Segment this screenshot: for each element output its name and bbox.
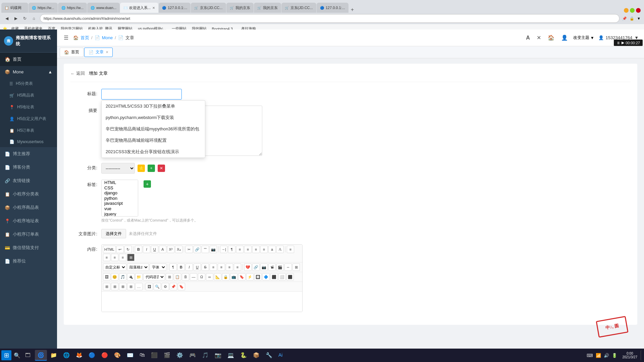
tag-python[interactable]: python <box>104 196 135 201</box>
editor-btn-list1[interactable]: ≡ <box>236 246 244 253</box>
editor-btn-bookmark[interactable]: 🔖 <box>238 273 246 281</box>
reload-button[interactable]: ↻ <box>21 14 29 22</box>
editor-btn-list4[interactable]: ≡ <box>260 246 268 253</box>
file-upload-button[interactable]: 选择文件 <box>101 229 126 238</box>
user-icon-button[interactable]: 👤 <box>560 33 569 42</box>
theme-button[interactable]: 改变主题 ▼ <box>573 35 594 41</box>
start-button[interactable]: ⊞ <box>1 350 11 360</box>
taskbar-app-browser2[interactable]: 🦊 <box>73 350 85 361</box>
editor-btn-quote[interactable]: "" <box>202 246 209 253</box>
editor-btn-r4-4[interactable]: ⊞ <box>127 283 135 290</box>
back-nav-button[interactable]: ◀ <box>3 14 11 22</box>
editor-btn-omega[interactable]: Ω <box>198 273 205 281</box>
taskbar-app-python[interactable]: 🐍 <box>237 350 250 361</box>
editor-btn-plugin[interactable]: 🔌 <box>127 273 135 281</box>
sidebar-item-miniaddr[interactable]: 📍 小程序地址表 <box>0 214 57 228</box>
editor-btn-align1[interactable]: ≡ <box>287 246 294 253</box>
editor-btn-justify2[interactable]: ≡ <box>218 263 225 271</box>
editor-btn-underline2[interactable]: U <box>194 263 201 271</box>
browser-tab-2[interactable]: 🌐https://w... <box>29 3 58 13</box>
editor-btn-box3[interactable]: ⬛ <box>270 273 278 281</box>
taskbar-app-ie[interactable]: 🔵 <box>86 350 98 361</box>
show-desktop-button[interactable] <box>641 350 643 360</box>
close-button[interactable] <box>636 8 641 13</box>
editor-btn-flash[interactable]: ⚡ <box>246 273 254 281</box>
sidebar-mone-header[interactable]: 📦 Mone ▲ <box>0 66 57 78</box>
menu-toggle-button[interactable]: ☰ <box>62 33 70 42</box>
tag-vue[interactable]: vue <box>104 206 135 212</box>
browser-tab-11[interactable]: 🔵127.0.0.1:... <box>317 3 348 13</box>
taskbar-app-ps[interactable]: 🎨 <box>111 350 123 361</box>
cross-button[interactable]: ✕ <box>535 33 542 42</box>
editor-content-area[interactable] <box>102 292 302 312</box>
breadcrumb-home[interactable]: 首页 <box>80 35 89 41</box>
task-view-button[interactable]: 🗔 <box>23 350 33 360</box>
editor-btn-redo[interactable]: ↻ <box>124 246 132 253</box>
category-add-button[interactable]: + <box>148 165 155 172</box>
category-del-button[interactable]: ✕ <box>158 165 165 172</box>
url-input[interactable]: https://www.duanshuilu.com/admin/#/admin… <box>40 14 620 23</box>
editor-btn-justify4[interactable]: ≡ <box>234 263 241 271</box>
sidebar-item-recspot[interactable]: 📄 推荐位 <box>0 254 57 268</box>
home-nav-button[interactable]: ⌂ <box>30 14 38 22</box>
editor-btn-music[interactable]: 🎵 <box>119 273 126 281</box>
editor-btn-cut[interactable]: ✂ <box>185 246 193 253</box>
sidebar-item-mywxusers[interactable]: 📄 Mywxusertwos <box>0 136 57 147</box>
pause-icon[interactable]: ⏸ <box>616 41 620 45</box>
tags-select[interactable]: HTML CSS django python javascript vue jq… <box>101 180 138 217</box>
editor-btn-align2[interactable]: ≡ <box>103 254 110 261</box>
autocomplete-item-2[interactable]: 辛巴宠物用品商城后端mypython36环境所需的包 <box>102 123 205 135</box>
editor-btn-table[interactable]: ⊞ <box>292 263 300 271</box>
editor-btn-justify1[interactable]: ≡ <box>210 263 217 271</box>
editor-btn-strikethrough[interactable]: S <box>202 263 209 271</box>
editor-select-style[interactable]: 自定义标 <box>103 263 126 271</box>
editor-btn-box5[interactable]: ⬛ <box>286 273 294 281</box>
taskbar-app-photo[interactable]: 📷 <box>212 350 224 361</box>
editor-btn-screen[interactable]: 📺 <box>230 273 237 281</box>
browser-tab-4[interactable]: 🌐www.duan... <box>87 3 120 13</box>
sidebar-item-miniorders[interactable]: 📋 小程序订单表 <box>0 228 57 241</box>
editor-btn-grid[interactable]: ⊞ <box>166 273 173 281</box>
taskbar-app-vscode[interactable]: 💻 <box>225 350 237 361</box>
editor-btn-media[interactable]: 🎬 <box>276 263 284 271</box>
taskbar-app-terminal[interactable]: ⬛ <box>148 350 160 361</box>
sidebar-item-blogrec[interactable]: 📄 博主推荐 <box>0 147 57 161</box>
autocomplete-item-1[interactable]: python,pycharm,webstorm下载安装 <box>102 112 205 123</box>
editor-btn-align3[interactable]: ≡ <box>111 254 118 261</box>
taskbar-app-pkg[interactable]: 📦 <box>250 350 262 361</box>
editor-select-paragraph[interactable]: 段落格式 <box>127 263 149 271</box>
sidebar-item-h5addr[interactable]: 📍 H5地址表 <box>0 101 57 113</box>
editor-btn-dash[interactable]: — <box>190 273 197 281</box>
autocomplete-item-4[interactable]: 2021CSS3发光社会分享按钮在线演示 <box>102 146 205 158</box>
browser-tab-6[interactable]: 🔵127.0.0.1:... <box>159 3 191 13</box>
tray-volume[interactable]: 🔊 <box>603 353 610 358</box>
breadcrumb-mone[interactable]: Mone <box>102 35 113 40</box>
taskbar-app-chrome[interactable]: 🌐 <box>60 350 72 361</box>
editor-btn-subscript[interactable]: X₂ <box>175 246 182 253</box>
editor-btn-box2[interactable]: 🔷 <box>262 273 270 281</box>
editor-btn-r4-5[interactable]: … <box>135 283 143 290</box>
sidebar-item-h5users[interactable]: 👤 H5自定义用户表 <box>0 113 57 125</box>
editor-btn-list3[interactable]: ≡ <box>252 246 260 253</box>
sidebar-item-home[interactable]: 🏠 首页 <box>0 53 57 66</box>
taskbar-app-music[interactable]: 🎵 <box>199 350 211 361</box>
editor-btn-align4[interactable]: ≡ <box>119 254 126 261</box>
page-tab-article[interactable]: 📄 文章 ✕ <box>84 48 113 57</box>
editor-btn-imgmanage[interactable]: 🖼 <box>103 273 110 281</box>
new-tab-button[interactable]: + <box>349 7 356 13</box>
editor-btn-anchor[interactable]: a <box>268 246 276 253</box>
editor-btn-r4-1[interactable]: ⊞ <box>103 283 110 290</box>
browser-tab-5[interactable]: ✉️欢迎进入系...✕ <box>120 3 158 13</box>
editor-btn-undo[interactable]: ↩ <box>116 246 124 253</box>
editor-btn-superscript[interactable]: X² <box>167 246 174 253</box>
editor-btn-hr[interactable]: ↔ <box>284 263 292 271</box>
category-star-button[interactable]: ⭐ <box>138 165 145 172</box>
tag-js[interactable]: javascript <box>104 201 135 206</box>
taskbar-app-mail[interactable]: ✉️ <box>124 350 136 361</box>
taskbar-app-opera[interactable]: 🔴 <box>99 350 111 361</box>
editor-btn-lock[interactable]: 🔒 <box>222 273 229 281</box>
taskbar-app-ai[interactable]: Ai <box>276 350 285 361</box>
sidebar-item-h5orders[interactable]: 📋 H5订单表 <box>0 125 57 136</box>
sidebar-item-friendlinks[interactable]: 🔗 友情链接 <box>0 174 57 187</box>
editor-btn-r4-bookmark[interactable]: 🔖 <box>178 283 185 290</box>
